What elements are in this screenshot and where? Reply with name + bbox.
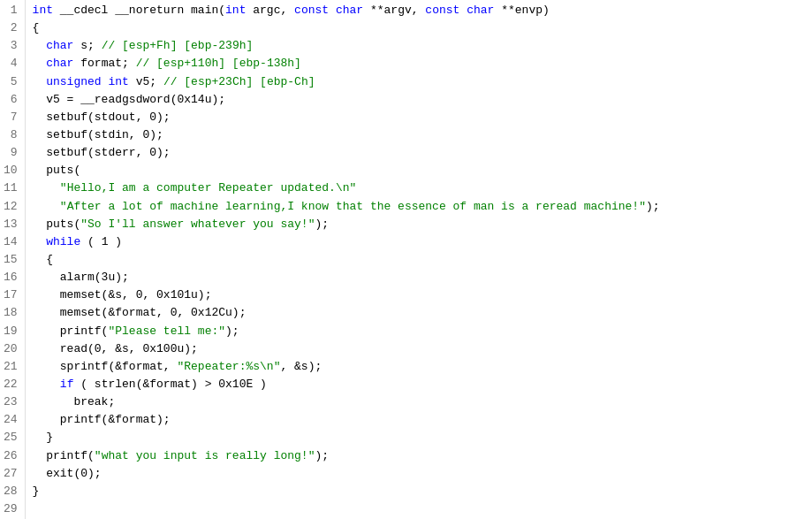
code-line: puts("So I'll answer whatever you say!")…	[33, 216, 812, 233]
line-number: 20	[4, 340, 18, 358]
code-token: printf(	[33, 324, 109, 338]
code-line: setbuf(stdin, 0);	[33, 126, 812, 144]
code-line: setbuf(stdout, 0);	[33, 109, 812, 126]
code-line: "After a lot of machine learning,I know …	[33, 198, 812, 216]
line-number: 16	[4, 269, 18, 286]
line-number: 8	[4, 126, 18, 144]
code-line: read(0, &s, 0x100u);	[33, 340, 812, 358]
line-number: 6	[4, 91, 18, 109]
line-number: 13	[4, 216, 18, 233]
line-number: 17	[4, 286, 18, 304]
code-token: const	[425, 4, 459, 17]
line-number: 9	[4, 144, 18, 162]
code-token	[33, 181, 60, 195]
line-number: 28	[4, 483, 18, 500]
code-line: unsigned int v5; // [esp+23Ch] [ebp-Ch]	[33, 73, 812, 91]
code-token: "Please tell me:"	[108, 324, 225, 338]
line-number: 26	[4, 447, 18, 465]
code-token: format;	[73, 57, 135, 70]
code-token: "Repeater:%s\n"	[177, 360, 280, 373]
code-viewer: 1234567891011121314151617181920212223242…	[0, 0, 812, 519]
code-token	[33, 378, 60, 391]
code-token: setbuf(stderr, 0);	[33, 146, 171, 159]
code-token: );	[315, 449, 329, 462]
line-number: 23	[4, 393, 18, 411]
line-number: 25	[4, 429, 18, 446]
code-token: // [esp+Fh] [ebp-239h]	[102, 39, 254, 52]
code-token	[33, 39, 47, 52]
line-number: 1	[4, 2, 18, 19]
code-token: const	[294, 4, 329, 17]
code-token: printf(&format);	[33, 413, 171, 426]
line-number: 18	[4, 304, 18, 322]
code-token: "After a lot of machine learning,I know …	[60, 200, 646, 213]
code-token: int	[108, 75, 128, 88]
code-line: printf(&format);	[33, 411, 812, 429]
code-token: printf(	[33, 449, 95, 462]
code-line: if ( strlen(&format) > 0x10E )	[33, 376, 812, 393]
code-token: // [esp+110h] [ebp-138h]	[136, 57, 301, 70]
code-token: while	[46, 235, 80, 248]
code-token: // [esp+23Ch] [ebp-Ch]	[163, 75, 315, 88]
code-line: char s; // [esp+Fh] [ebp-239h]	[33, 37, 812, 55]
line-number: 22	[4, 376, 18, 393]
line-number: 12	[4, 198, 18, 216]
code-token	[459, 4, 467, 17]
code-token: **argv,	[363, 4, 425, 17]
code-token: memset(&s, 0, 0x101u);	[33, 288, 212, 301]
code-token: ( strlen(&format) > 0x10E )	[73, 378, 266, 391]
code-token: alarm(3u);	[33, 271, 129, 284]
code-token: memset(&format, 0, 0x12Cu);	[33, 306, 247, 319]
code-token: );	[225, 324, 239, 338]
code-token: {	[33, 253, 53, 266]
code-token: );	[315, 218, 329, 231]
code-token	[33, 57, 47, 70]
code-token: if	[60, 378, 74, 391]
line-number: 4	[4, 55, 18, 73]
line-number: 14	[4, 233, 18, 251]
code-token: {	[33, 21, 40, 34]
code-token: }	[33, 431, 53, 444]
code-token: read(0, &s, 0x100u);	[33, 342, 198, 355]
code-token: char	[467, 4, 494, 17]
code-token: setbuf(stdin, 0);	[33, 128, 163, 141]
code-line: memset(&s, 0, 0x101u);	[33, 286, 812, 304]
code-line: printf("Please tell me:");	[33, 323, 812, 340]
code-token: **envp)	[494, 4, 549, 17]
line-number: 7	[4, 109, 18, 126]
code-token: char	[46, 39, 73, 52]
code-token: puts(	[33, 218, 81, 231]
code-content: int __cdecl __noreturn main(int argc, co…	[26, 0, 812, 519]
code-token: }	[33, 485, 40, 498]
code-token: char	[46, 57, 73, 70]
code-token: break;	[33, 395, 116, 408]
line-number: 27	[4, 465, 18, 483]
code-line: alarm(3u);	[33, 269, 812, 286]
line-number-column: 1234567891011121314151617181920212223242…	[0, 0, 26, 519]
code-line: exit(0);	[33, 465, 812, 483]
code-line: int __cdecl __noreturn main(int argc, co…	[33, 2, 812, 19]
code-token	[33, 200, 60, 213]
code-token: int	[225, 4, 246, 17]
code-line: "Hello,I am a computer Repeater updated.…	[33, 179, 812, 197]
code-line: break;	[33, 393, 812, 411]
line-number: 2	[4, 19, 18, 37]
code-token	[33, 75, 47, 88]
line-number: 10	[4, 162, 18, 179]
code-token: , &s);	[280, 360, 322, 373]
code-token: );	[646, 200, 660, 213]
code-token: puts(	[33, 164, 81, 177]
code-token: char	[336, 4, 363, 17]
line-number: 15	[4, 251, 18, 269]
code-line: sprintf(&format, "Repeater:%s\n", &s);	[33, 358, 812, 376]
code-line: {	[33, 251, 812, 269]
code-token: "what you input is really long!"	[95, 449, 315, 462]
code-line: }	[33, 429, 812, 446]
code-line: v5 = __readgsdword(0x14u);	[33, 91, 812, 109]
code-token: setbuf(stdout, 0);	[33, 111, 171, 124]
code-token: v5;	[129, 75, 163, 88]
code-token: unsigned	[46, 75, 101, 88]
code-token	[329, 4, 336, 17]
code-line: memset(&format, 0, 0x12Cu);	[33, 304, 812, 322]
line-number: 11	[4, 179, 18, 197]
